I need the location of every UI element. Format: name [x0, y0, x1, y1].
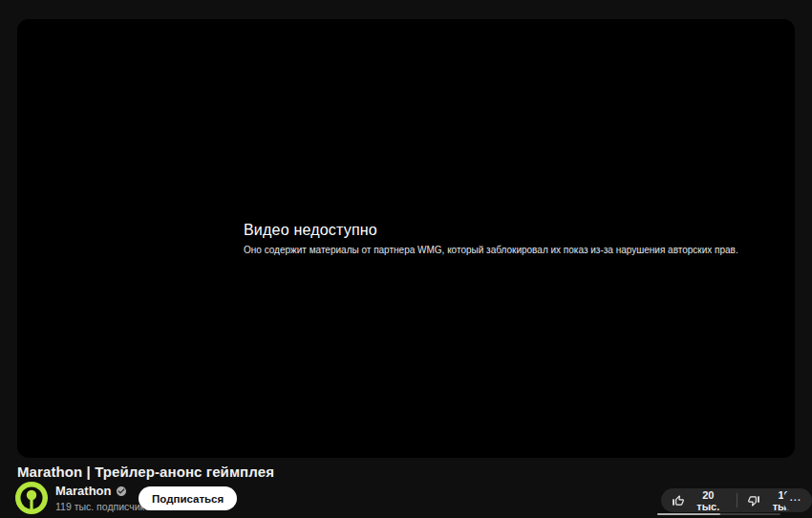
more-actions-button[interactable]: ⋯ — [783, 488, 807, 512]
watch-page: { "colors": { "page_bg": "#0f0f0f", "pla… — [0, 0, 812, 518]
actions-scrollbar-thumb[interactable] — [657, 513, 720, 515]
thumbs-up-icon — [672, 494, 685, 507]
like-count: 20 тыс. — [691, 489, 726, 512]
error-title: Видео недоступно — [244, 221, 738, 240]
like-button[interactable]: 20 тыс. — [661, 488, 737, 512]
video-player[interactable]: Видео недоступно Оно содержит материалы … — [17, 19, 795, 458]
channel-avatar[interactable] — [15, 482, 48, 514]
actions-scrollbar[interactable] — [657, 513, 780, 515]
marathon-logo-icon — [15, 482, 48, 514]
more-icon: ⋯ — [789, 493, 801, 507]
video-title: Marathon | Трейлер-анонс геймплея — [17, 464, 274, 480]
playback-error-block: Видео недоступно Оно содержит материалы … — [244, 221, 738, 255]
subscribe-button[interactable]: Подписаться — [139, 486, 237, 510]
verified-badge-icon — [116, 486, 127, 497]
thumbs-down-icon — [747, 494, 760, 507]
channel-name[interactable]: Marathon — [55, 484, 112, 498]
error-message: Оно содержит материалы от партнера WMG, … — [244, 245, 738, 255]
